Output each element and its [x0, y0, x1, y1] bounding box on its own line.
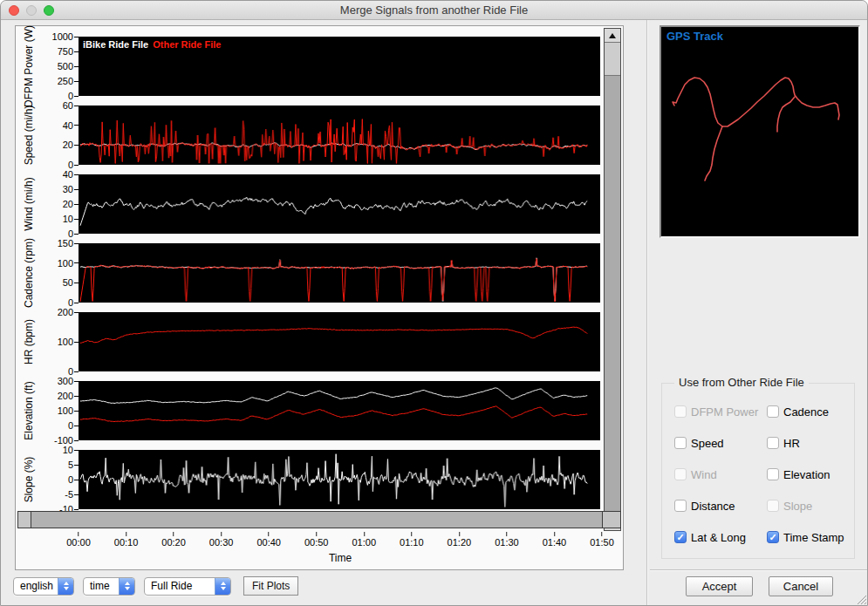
- units-select[interactable]: english: [13, 577, 74, 596]
- y-tick-label: 40: [63, 169, 79, 180]
- plot-canvas-elevation: [79, 381, 600, 440]
- up-arrow-icon: [609, 33, 616, 38]
- y-axis-label-elevation: Elevation (ft): [19, 381, 38, 440]
- plot-area-slope: [79, 450, 600, 509]
- plot-panel: DFPM Power (W)02505007501000iBike Ride F…: [15, 25, 624, 570]
- plot-canvas-wind: [79, 174, 600, 234]
- checkbox-row-cadence[interactable]: Cadence: [767, 405, 851, 419]
- resize-grip[interactable]: [855, 593, 866, 604]
- cancel-button[interactable]: Cancel: [769, 576, 833, 596]
- vertical-scroll-thumb[interactable]: [605, 43, 620, 76]
- y-tick-label: -5: [65, 489, 79, 500]
- merge-options-title: Use from Other Ride File: [674, 376, 809, 389]
- fit-plots-button[interactable]: Fit Plots: [243, 576, 298, 596]
- x-tick-label: 00:20: [161, 532, 186, 548]
- plot-area-elevation: [79, 381, 600, 440]
- y-ticks-cadence: 050100150: [38, 243, 79, 303]
- time-axis: 00:0000:1000:2000:3000:4000:5001:0001:10…: [79, 532, 602, 551]
- scroll-up-button[interactable]: [605, 29, 620, 43]
- stepper-arrows-icon: [215, 578, 230, 595]
- x-tick-label: 00:00: [66, 532, 91, 548]
- plot-legend: iBike Ride FileOther Ride File: [83, 39, 225, 50]
- checkbox-slope: [767, 500, 779, 512]
- checkbox-label-dfpm-power: DFPM Power: [691, 405, 758, 419]
- title-bar: Merge Signals from another Ride File: [1, 1, 867, 20]
- vertical-scroll-track[interactable]: [605, 76, 620, 516]
- plot-canvas-hr: [79, 312, 600, 371]
- x-axis-title: Time: [79, 552, 602, 564]
- checkbox-row-elevation[interactable]: Elevation: [767, 468, 851, 481]
- y-ticks-wind: 010203040: [38, 174, 79, 234]
- gps-track-path: [777, 97, 795, 132]
- checkbox-label-cadence: Cadence: [783, 405, 829, 419]
- accept-button[interactable]: Accept: [686, 576, 753, 596]
- scrollbar-corner: [602, 512, 620, 528]
- y-tick-label: 250: [58, 76, 79, 86]
- panel-divider: [646, 20, 648, 605]
- stepper-arrows-icon: [58, 578, 73, 595]
- checkbox-elevation[interactable]: [767, 468, 779, 480]
- y-ticks-slope: -10-50510: [38, 450, 79, 509]
- checkbox-row-speed[interactable]: Speed: [674, 437, 767, 450]
- checkbox-row-distance[interactable]: Distance: [674, 500, 767, 513]
- y-tick-label: 150: [58, 238, 79, 249]
- checkbox-label-lat-long: Lat & Long: [691, 531, 746, 544]
- checkbox-dfpm-power: [674, 405, 687, 418]
- checkbox-label-speed: Speed: [691, 437, 724, 450]
- y-tick-label: 30: [63, 184, 79, 194]
- checkbox-hr[interactable]: [767, 437, 779, 449]
- vertical-scrollbar[interactable]: [604, 28, 621, 531]
- y-tick-label: 5: [68, 460, 79, 470]
- y-ticks-hr: 0100200: [38, 312, 79, 371]
- plot-area-speed: [79, 106, 600, 165]
- checkbox-row-hr[interactable]: HR: [767, 437, 851, 450]
- checkbox-row-lat-long[interactable]: ✓Lat & Long: [674, 531, 767, 544]
- y-tick-label: 10: [63, 445, 79, 455]
- x-tick-label: 01:50: [590, 532, 614, 548]
- x-tick-label: 01:40: [543, 532, 567, 548]
- y-axis-label-wind: Wind (mi/h): [19, 174, 38, 234]
- y-ticks-elevation: -1000100200300: [38, 381, 79, 440]
- plot-area-cadence: [79, 243, 600, 303]
- y-tick-label: 40: [63, 120, 79, 131]
- legend-other-label: Other Ride File: [153, 39, 221, 50]
- horizontal-scrollbar[interactable]: [17, 511, 621, 528]
- horizontal-scroll-thumb[interactable]: [31, 512, 602, 528]
- plot-row-hr: HR (bpm)0100200: [19, 312, 600, 371]
- x-tick-label: 01:30: [495, 532, 519, 548]
- checkbox-label-elevation: Elevation: [783, 468, 830, 481]
- checkbox-time-stamp[interactable]: ✓: [767, 531, 779, 543]
- range-select[interactable]: Full Ride: [144, 577, 231, 596]
- gps-track-map: [661, 27, 858, 236]
- y-tick-label: 0: [68, 474, 79, 485]
- x-mode-select[interactable]: time: [83, 577, 135, 596]
- plot-area-wind: [79, 174, 600, 234]
- checkbox-row-slope: Slope: [767, 500, 851, 513]
- y-tick-label: 200: [58, 391, 79, 401]
- gps-track-path: [705, 126, 722, 180]
- y-axis-label-speed: Speed (mi/h): [19, 106, 38, 165]
- checkbox-row-time-stamp[interactable]: ✓Time Stamp: [767, 531, 851, 544]
- stepper-arrows-icon: [119, 578, 134, 595]
- checkbox-lat-long[interactable]: ✓: [674, 531, 687, 543]
- checkbox-speed[interactable]: [674, 437, 687, 449]
- gps-track-title: GPS Track: [666, 30, 723, 43]
- checkbox-label-wind: Wind: [691, 468, 717, 481]
- x-tick-label: 01:00: [352, 532, 377, 548]
- checkbox-row-wind: Wind: [674, 468, 767, 481]
- checkbox-cadence[interactable]: [767, 405, 779, 418]
- y-tick-label: 100: [58, 405, 79, 416]
- plot-row-elevation: Elevation (ft)-1000100200300: [19, 381, 600, 440]
- checkbox-distance[interactable]: [674, 500, 687, 512]
- actions-divider: [650, 569, 867, 571]
- legend-ibike-label: iBike Ride File: [83, 39, 148, 50]
- y-tick-label: 200: [58, 307, 79, 317]
- y-tick-label: 0: [68, 420, 79, 431]
- y-tick-label: 20: [63, 199, 79, 209]
- plot-row-speed: Speed (mi/h)0204060: [19, 106, 600, 165]
- y-axis-label-slope: Slope (%): [19, 450, 38, 509]
- horizontal-scroll-left-cell[interactable]: [18, 512, 31, 528]
- y-ticks-dfpm-power: 02505007501000: [38, 37, 79, 96]
- plot-area-hr: [79, 312, 600, 371]
- y-tick-label: 100: [58, 258, 79, 269]
